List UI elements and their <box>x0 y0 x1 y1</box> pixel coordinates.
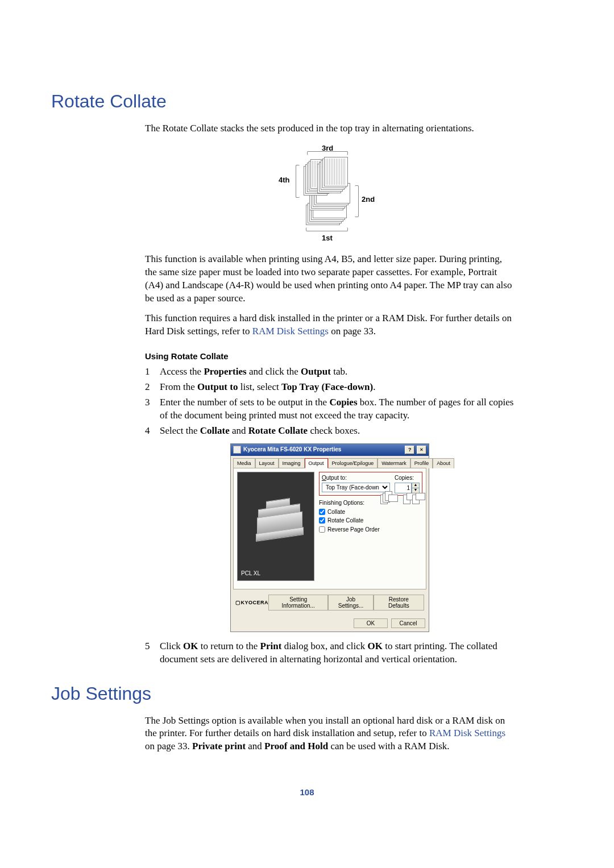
brand-logo: ▢KYOCERA <box>235 599 268 606</box>
preview-pane: PCL XL <box>237 472 314 581</box>
cancel-button[interactable]: Cancel <box>391 618 425 628</box>
tab-layout[interactable]: Layout <box>255 458 279 468</box>
label-4th: 4th <box>279 175 290 185</box>
setting-information-button[interactable]: Setting Information... <box>268 595 328 610</box>
job-settings-button[interactable]: Job Settings... <box>328 595 373 610</box>
properties-dialog: Kyocera Mita FS-6020 KX Properties ? × M… <box>230 443 429 632</box>
step-5: Click OK to return to the Print dialog b… <box>160 640 515 666</box>
tab-about[interactable]: About <box>433 458 454 468</box>
dialog-title: Kyocera Mita FS-6020 KX Properties <box>243 446 341 454</box>
step-4: Select the Collate and Rotate Collate ch… <box>160 425 515 438</box>
ok-button[interactable]: OK <box>354 618 388 628</box>
rotate-collate-diagram: 3rd 4th 2nd 1st <box>145 143 515 243</box>
restore-defaults-button[interactable]: Restore Defaults <box>374 595 424 610</box>
step-1: Access the Properties and click the Outp… <box>160 366 515 379</box>
collate-checkbox[interactable]: Collate <box>319 508 422 516</box>
step-3: Enter the number of sets to be output in… <box>160 396 515 422</box>
tab-imaging[interactable]: Imaging <box>279 458 305 468</box>
rotate-collate-p2: This function requires a hard disk insta… <box>145 312 515 338</box>
help-button[interactable]: ? <box>405 446 414 454</box>
rotate-collate-checkbox[interactable]: Rotate Collate <box>319 517 422 525</box>
ram-disk-settings-link-2[interactable]: RAM Disk Settings <box>429 728 505 738</box>
heading-rotate-collate: Rotate Collate <box>51 91 563 112</box>
heading-job-settings: Job Settings <box>51 683 563 704</box>
label-1st: 1st <box>322 233 333 243</box>
reverse-page-order-checkbox[interactable]: Reverse Page Order <box>319 526 422 534</box>
copies-label: Copies: <box>395 474 420 482</box>
close-button[interactable]: × <box>417 446 426 454</box>
printer-icon <box>233 446 241 454</box>
rotate-collate-intro: The Rotate Collate stacks the sets produ… <box>145 122 515 135</box>
using-steps: 1Access the Properties and click the Out… <box>145 366 515 438</box>
preview-mode-label: PCL XL <box>241 570 260 578</box>
printer-preview-icon <box>254 500 305 539</box>
tab-media[interactable]: Media <box>233 458 255 468</box>
label-2nd: 2nd <box>362 194 375 205</box>
tab-watermark[interactable]: Watermark <box>377 458 410 468</box>
step-2: From the Output to list, select Top Tray… <box>160 381 515 394</box>
job-settings-p1: The Job Settings option is available whe… <box>145 715 515 754</box>
page-number: 108 <box>51 787 563 797</box>
tab-prologue-epilogue[interactable]: Prologue/Epilogue <box>328 458 378 468</box>
rotate-collate-p1: This function is available when printing… <box>145 253 515 305</box>
ram-disk-settings-link[interactable]: RAM Disk Settings <box>252 326 329 337</box>
dialog-titlebar: Kyocera Mita FS-6020 KX Properties ? × <box>231 444 429 456</box>
output-to-select[interactable]: Top Tray (Face-down) <box>322 483 390 492</box>
tab-output[interactable]: Output <box>305 458 328 468</box>
using-rotate-collate-heading: Using Rotate Collate <box>145 351 515 362</box>
output-to-label: Output to: <box>322 474 390 482</box>
collate-illustration-icon <box>380 490 421 505</box>
tab-profile[interactable]: Profile <box>410 458 433 468</box>
